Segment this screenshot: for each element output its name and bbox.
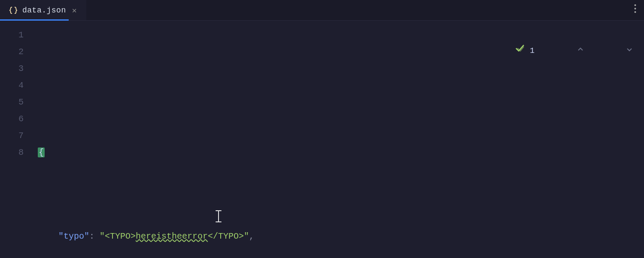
find-count: 1 — [530, 43, 535, 59]
line-number: 4 — [0, 77, 36, 94]
json-string: </TYPO>" — [208, 231, 249, 241]
chevron-up-icon[interactable] — [540, 26, 583, 76]
comma: , — [249, 231, 254, 241]
more-actions-icon[interactable] — [626, 4, 644, 16]
line-number: 5 — [0, 94, 36, 111]
checkmark-icon — [478, 26, 525, 76]
tab-bar: data.json ✕ — [0, 0, 644, 21]
colon: : — [89, 231, 100, 241]
line-number: 6 — [0, 111, 36, 127]
line-number: 3 — [0, 60, 36, 77]
line-number: 7 — [0, 127, 36, 144]
svg-point-2 — [635, 11, 636, 13]
line-number: 1 — [0, 27, 36, 43]
json-string: "<TYPO> — [100, 231, 136, 241]
code-area[interactable]: 1 { "typo": "<TYPO>hereistheerror</TYPO>… — [36, 21, 644, 258]
code-line[interactable]: "typo": "<TYPO>hereistheerror</TYPO>", — [36, 228, 644, 245]
open-brace: { — [38, 147, 45, 157]
svg-point-0 — [635, 4, 636, 6]
tab-title: data.json — [22, 6, 66, 15]
code-line[interactable]: { — [36, 144, 644, 161]
svg-point-1 — [635, 8, 636, 9]
line-number-gutter: 1 2 3 4 5 6 7 8 — [0, 21, 36, 258]
json-string-typo: hereistheerror — [136, 231, 208, 241]
find-status-widget: 1 — [474, 24, 637, 78]
json-file-icon — [9, 6, 18, 15]
line-number: 8 — [0, 144, 36, 161]
close-icon[interactable]: ✕ — [70, 5, 79, 16]
tab-data-json[interactable]: data.json ✕ — [0, 0, 86, 20]
chevron-down-icon[interactable] — [589, 26, 633, 76]
editor: 1 2 3 4 5 6 7 8 1 { — [0, 21, 644, 258]
json-key: "typo" — [58, 231, 89, 241]
line-number: 2 — [0, 43, 36, 60]
